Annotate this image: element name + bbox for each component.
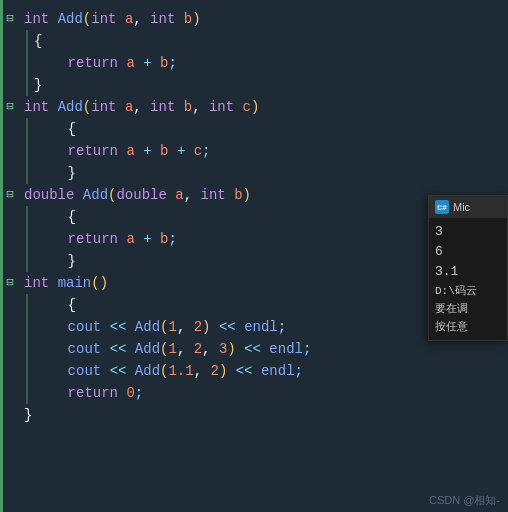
token-text-white <box>135 55 143 71</box>
token-text-white <box>49 275 57 291</box>
token-op: + <box>143 143 151 159</box>
token-punct: ; <box>168 231 176 247</box>
code-line: cout << Add(1, 2, 3) << endl; <box>0 338 508 360</box>
fold-icon[interactable]: ⊟ <box>6 96 13 118</box>
token-param-name: b <box>184 99 192 115</box>
token-text-white: , <box>133 99 150 115</box>
terminal-body: 363.1D:\码云要在调按任意 <box>429 218 507 340</box>
code-line: return a + b; <box>0 52 508 74</box>
code-line: } <box>0 162 508 184</box>
token-num: 0 <box>126 385 134 401</box>
fold-icon[interactable]: ⊟ <box>6 8 13 30</box>
token-text-white: , <box>133 11 150 27</box>
indent-line <box>26 30 28 52</box>
token-text-white: , <box>202 341 219 357</box>
code-line: { <box>0 30 508 52</box>
token-op: + <box>143 55 151 71</box>
token-kw: int <box>24 11 49 27</box>
code-content: return a + b + c; <box>34 140 508 162</box>
token-text-white <box>226 187 234 203</box>
terminal-prompt-line: 要在调 <box>435 300 501 318</box>
token-fn: endl <box>244 319 278 335</box>
code-content: } <box>18 404 508 426</box>
token-kw: int <box>209 99 234 115</box>
token-fn: endl <box>269 341 303 357</box>
token-text-white <box>126 319 134 335</box>
token-op: + <box>143 231 151 247</box>
token-op: << <box>110 363 127 379</box>
code-content: { <box>34 30 508 52</box>
token-punct: ; <box>303 341 311 357</box>
fold-icon[interactable]: ⊟ <box>6 272 13 294</box>
token-op: << <box>110 319 127 335</box>
token-param-name: c <box>243 99 251 115</box>
token-text-white: } <box>24 407 32 423</box>
indent-line <box>26 206 28 228</box>
terminal-icon: C# <box>435 200 449 214</box>
token-kw: int <box>150 11 175 27</box>
token-text-white <box>116 11 124 27</box>
token-text-white <box>175 99 183 115</box>
fold-icon[interactable]: ⊟ <box>6 184 13 206</box>
token-text-white: { <box>34 297 76 313</box>
token-param-name: a <box>126 231 134 247</box>
token-op: << <box>244 341 261 357</box>
terminal-title-text: Mic <box>453 201 470 213</box>
token-num: 1 <box>168 319 176 335</box>
line-gutter: ⊟ <box>0 96 18 118</box>
indent-line <box>26 118 28 140</box>
token-param-name: a <box>126 143 134 159</box>
token-fn: endl <box>261 363 295 379</box>
token-text-white <box>253 363 261 379</box>
terminal-prompt-line: 按任意 <box>435 318 501 336</box>
token-num: 1 <box>168 341 176 357</box>
code-content: { <box>34 118 508 140</box>
token-text-white <box>135 143 143 159</box>
token-text-white <box>152 231 160 247</box>
indent-line <box>26 360 28 382</box>
code-content: } <box>34 162 508 184</box>
token-paren: ) <box>251 99 259 115</box>
code-line: return 0; <box>0 382 508 404</box>
token-text-white <box>227 363 235 379</box>
token-text-white: { <box>34 33 42 49</box>
token-punct: ; <box>202 143 210 159</box>
code-content: cout << Add(1.1, 2) << endl; <box>34 360 508 382</box>
token-fn: cout <box>68 341 102 357</box>
token-param-name: a <box>126 55 134 71</box>
indent-line <box>26 52 28 74</box>
code-content: } <box>34 74 508 96</box>
token-kw: double <box>24 187 74 203</box>
token-text-white <box>234 99 242 115</box>
token-text-white <box>74 187 82 203</box>
token-kw: return <box>68 143 118 159</box>
token-kw: int <box>150 99 175 115</box>
token-fn: Add <box>58 11 83 27</box>
token-text-white: , <box>177 319 194 335</box>
token-text-white: , <box>192 99 209 115</box>
token-param-name: c <box>194 143 202 159</box>
indent-line <box>26 294 28 316</box>
code-content: return 0; <box>34 382 508 404</box>
code-line: } <box>0 404 508 426</box>
token-param-name: a <box>175 187 183 203</box>
token-text-white: { <box>34 209 76 225</box>
token-text-white <box>236 341 244 357</box>
token-num: 2 <box>194 319 202 335</box>
indent-line <box>26 162 28 184</box>
line-gutter: ⊟ <box>0 184 18 206</box>
token-punct: ; <box>278 319 286 335</box>
token-paren: ( <box>83 11 91 27</box>
token-kw: int <box>24 275 49 291</box>
terminal-output-line: 3 <box>435 222 501 242</box>
token-text-white <box>152 55 160 71</box>
terminal-overlay: C# Mic 363.1D:\码云要在调按任意 <box>428 195 508 341</box>
token-kw: return <box>68 55 118 71</box>
indent-line <box>26 228 28 250</box>
token-text-white <box>101 341 109 357</box>
code-line: ⊟int Add(int a, int b) <box>0 8 508 30</box>
token-param-name: b <box>234 187 242 203</box>
token-op: << <box>219 319 236 335</box>
token-kw: double <box>116 187 166 203</box>
indent-line <box>26 250 28 272</box>
